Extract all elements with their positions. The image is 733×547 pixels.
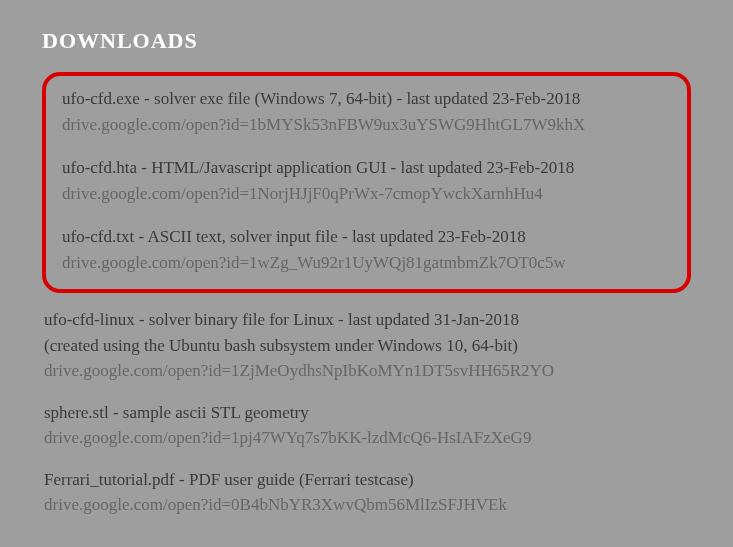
download-description: sphere.stl - sample ascii STL geometry: [44, 400, 689, 426]
other-downloads: ufo-cfd-linux - solver binary file for L…: [42, 307, 691, 518]
download-url[interactable]: drive.google.com/open?id=0B4bNbYR3XwvQbm…: [44, 492, 689, 518]
download-url[interactable]: drive.google.com/open?id=1ZjMeOydhsNpIbK…: [44, 358, 689, 384]
download-url[interactable]: drive.google.com/open?id=1bMYSk53nFBW9ux…: [62, 112, 671, 138]
download-item: ufo-cfd.exe - solver exe file (Windows 7…: [62, 86, 671, 137]
download-description: ufo-cfd.hta - HTML/Javascript applicatio…: [62, 155, 671, 181]
download-description: ufo-cfd.exe - solver exe file (Windows 7…: [62, 86, 671, 112]
download-url[interactable]: drive.google.com/open?id=1pj47WYq7s7bKK-…: [44, 425, 689, 451]
download-item: sphere.stl - sample ascii STL geometry d…: [42, 400, 691, 451]
download-url[interactable]: drive.google.com/open?id=1NorjHJjF0qPrWx…: [62, 181, 671, 207]
download-url[interactable]: drive.google.com/open?id=1wZg_Wu92r1UyWQ…: [62, 250, 671, 276]
download-description: ufo-cfd.txt - ASCII text, solver input f…: [62, 224, 671, 250]
download-item: ufo-cfd.hta - HTML/Javascript applicatio…: [62, 155, 671, 206]
page-title: DOWNLOADS: [42, 28, 691, 54]
download-item: ufo-cfd.txt - ASCII text, solver input f…: [62, 224, 671, 275]
download-item: ufo-cfd-linux - solver binary file for L…: [42, 307, 691, 384]
download-description: ufo-cfd-linux - solver binary file for L…: [44, 307, 689, 333]
download-item: Ferrari_tutorial.pdf - PDF user guide (F…: [42, 467, 691, 518]
highlighted-downloads-box: ufo-cfd.exe - solver exe file (Windows 7…: [42, 72, 691, 293]
download-description-line2: (created using the Ubuntu bash subsystem…: [44, 333, 689, 359]
download-description: Ferrari_tutorial.pdf - PDF user guide (F…: [44, 467, 689, 493]
